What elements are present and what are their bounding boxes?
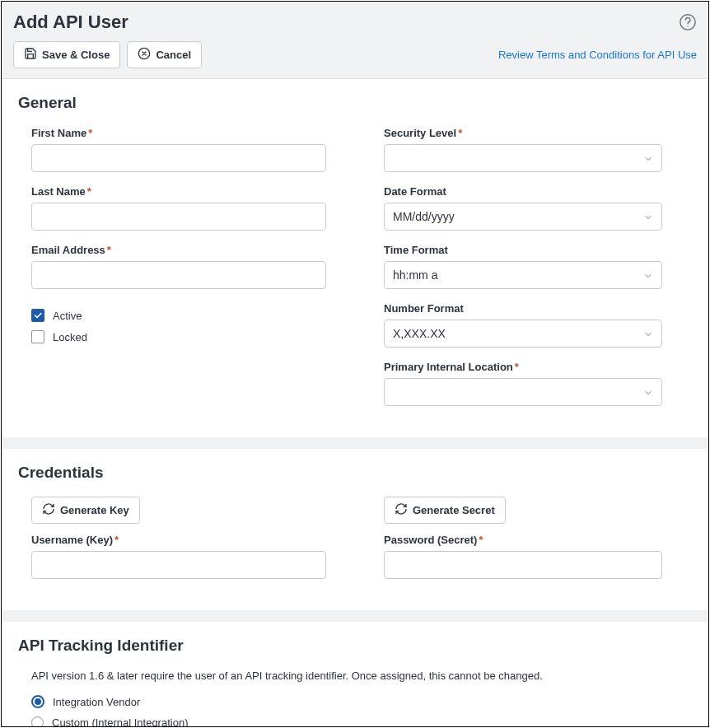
date-format-select[interactable]: MM/dd/yyyy bbox=[384, 203, 662, 231]
locked-checkbox[interactable] bbox=[31, 330, 44, 343]
number-format-select[interactable]: X,XXX.XX bbox=[384, 320, 662, 348]
page-title: Add API User bbox=[13, 12, 128, 33]
chevron-down-icon bbox=[643, 387, 653, 397]
email-label: Email Address* bbox=[31, 244, 326, 256]
help-icon[interactable] bbox=[679, 13, 697, 31]
cancel-label: Cancel bbox=[156, 49, 191, 61]
header-bar: Add API User Save & Close Cancel bbox=[2, 2, 708, 79]
email-input[interactable] bbox=[31, 261, 326, 289]
radio-row-vendor: Integration Vendor bbox=[18, 695, 692, 708]
number-format-label: Number Format bbox=[384, 302, 662, 315]
api-tracking-panel: API Tracking Identifier API version 1.6 … bbox=[2, 622, 708, 726]
primary-location-label: Primary Internal Location* bbox=[384, 361, 662, 373]
form-scroll-area[interactable]: General First Name* Last Name* Email Add… bbox=[2, 79, 708, 726]
save-and-close-button[interactable]: Save & Close bbox=[13, 41, 120, 68]
save-and-close-label: Save & Close bbox=[42, 49, 110, 61]
active-label: Active bbox=[53, 310, 82, 322]
toolbar-buttons: Save & Close Cancel bbox=[13, 41, 202, 68]
primary-location-select[interactable] bbox=[384, 378, 662, 406]
svg-point-1 bbox=[687, 26, 688, 26]
refresh-icon bbox=[395, 502, 408, 518]
generate-secret-label: Generate Secret bbox=[413, 504, 495, 516]
refresh-icon bbox=[42, 502, 55, 518]
date-format-value: MM/dd/yyyy bbox=[393, 210, 455, 223]
username-input[interactable] bbox=[31, 551, 326, 579]
chevron-down-icon bbox=[643, 153, 653, 163]
password-label: Password (Secret)* bbox=[384, 534, 662, 546]
time-format-value: hh:mm a bbox=[393, 268, 437, 282]
locked-label: Locked bbox=[53, 331, 87, 343]
number-format-value: X,XXX.XX bbox=[393, 327, 446, 340]
time-format-label: Time Format bbox=[384, 244, 662, 256]
custom-integration-radio[interactable] bbox=[31, 716, 44, 726]
generate-secret-button[interactable]: Generate Secret bbox=[384, 497, 506, 524]
time-format-select[interactable]: hh:mm a bbox=[384, 261, 662, 289]
integration-vendor-radio-label: Integration Vendor bbox=[53, 696, 140, 708]
generate-key-label: Generate Key bbox=[60, 504, 129, 516]
save-icon bbox=[24, 47, 37, 63]
api-tracking-title: API Tracking Identifier bbox=[18, 637, 692, 655]
credentials-panel: Credentials Generate Key Username (Key)* bbox=[2, 449, 708, 610]
api-tracking-description: API version 1.6 & later require the user… bbox=[18, 670, 692, 682]
chevron-down-icon bbox=[643, 329, 653, 338]
generate-key-button[interactable]: Generate Key bbox=[31, 497, 140, 524]
active-checkbox[interactable] bbox=[31, 309, 44, 322]
first-name-input[interactable] bbox=[31, 144, 326, 172]
last-name-input[interactable] bbox=[31, 203, 326, 231]
credentials-title: Credentials bbox=[18, 464, 692, 482]
custom-integration-radio-label: Custom (Internal Integration) bbox=[52, 716, 188, 726]
cancel-icon bbox=[138, 47, 151, 63]
security-level-label: Security Level* bbox=[384, 127, 662, 139]
security-level-select[interactable] bbox=[384, 144, 662, 172]
general-panel: General First Name* Last Name* Email Add… bbox=[2, 79, 708, 437]
date-format-label: Date Format bbox=[384, 185, 662, 198]
first-name-label: First Name* bbox=[31, 127, 326, 139]
cancel-button[interactable]: Cancel bbox=[127, 41, 202, 68]
general-title: General bbox=[18, 94, 692, 112]
add-api-user-modal: Add API User Save & Close Cancel bbox=[1, 1, 709, 727]
chevron-down-icon bbox=[643, 212, 653, 222]
last-name-label: Last Name* bbox=[31, 185, 326, 198]
active-checkbox-row: Active bbox=[31, 309, 326, 322]
chevron-down-icon bbox=[643, 270, 653, 280]
password-input[interactable] bbox=[384, 551, 662, 579]
locked-checkbox-row: Locked bbox=[31, 330, 326, 343]
username-label: Username (Key)* bbox=[31, 534, 326, 546]
integration-vendor-radio[interactable] bbox=[31, 695, 44, 708]
review-terms-link[interactable]: Review Terms and Conditions for API Use bbox=[498, 49, 697, 61]
radio-row-custom: Custom (Internal Integration) bbox=[18, 716, 692, 726]
